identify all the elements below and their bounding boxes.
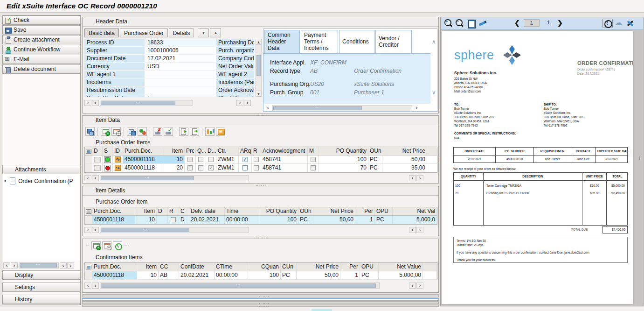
col-header-purch-doc[interactable]: Purch.Doc. <box>123 147 164 155</box>
col-header-net-price[interactable]: Net Price <box>313 207 355 215</box>
pdf-page[interactable]: sphere ORDER CONFIRMATION Order confirma… <box>442 31 633 304</box>
display-button[interactable]: Display <box>2 270 80 280</box>
previous-page-icon[interactable]: ❮ <box>514 19 520 27</box>
col-header-per[interactable]: Per <box>355 207 375 215</box>
po-scroll-thumb[interactable] <box>101 176 194 180</box>
col-header-confdate[interactable]: ConfDate <box>179 263 215 271</box>
col-header-net-val[interactable]: Net Val <box>393 207 437 215</box>
cell-acknowledgment[interactable]: 458741 <box>261 164 308 172</box>
attachments-header[interactable]: Attachments <box>2 165 80 174</box>
col-header-cc[interactable]: CC <box>159 263 179 271</box>
col-header-net-price[interactable]: Net Price <box>297 263 340 271</box>
cell-opu[interactable]: PC <box>360 271 379 279</box>
fields-scroll-left2[interactable]: ‹ <box>236 100 243 106</box>
col-header-r[interactable]: R <box>168 207 179 215</box>
cell-net-value[interactable]: 5.000,00 <box>379 271 423 279</box>
cell-net-price[interactable]: 50,00 <box>297 271 340 279</box>
cell-po-quantity[interactable]: 100 <box>319 156 368 163</box>
cell-id[interactable] <box>113 156 123 163</box>
details-scroll-left[interactable]: ‹ <box>84 227 91 233</box>
schedule-icon[interactable] <box>113 241 122 250</box>
layout-grid-icon[interactable] <box>85 127 95 136</box>
next-page-icon[interactable]: ❯ <box>557 19 563 27</box>
col-header-m[interactable]: M <box>308 147 319 155</box>
cell-status[interactable] <box>103 156 113 163</box>
row-selector[interactable] <box>85 271 92 279</box>
cell-net-val[interactable]: 5.000,0 <box>393 216 437 224</box>
scroll-track[interactable] <box>19 262 59 269</box>
cell-prc-checkbox[interactable] <box>185 164 196 172</box>
email-button[interactable]: E-Mail <box>2 55 80 64</box>
cell-cun[interactable]: PC <box>281 271 297 279</box>
cell-per[interactable]: 1 <box>340 271 360 279</box>
fields-scroll-track[interactable] <box>100 100 193 106</box>
cell-net-price[interactable]: 50,00 <box>313 216 355 224</box>
fit-page-icon[interactable] <box>466 19 477 28</box>
conf-scroll-left[interactable]: ‹ <box>84 283 91 289</box>
cell-time[interactable]: 00:00:00 <box>225 216 259 224</box>
col-header-net-price[interactable]: Net Price <box>382 147 427 155</box>
common-scroll-right[interactable]: › <box>413 105 420 111</box>
cell-d[interactable] <box>157 216 168 224</box>
cell-r-checkbox[interactable] <box>252 156 261 163</box>
splitter-details-confirmation[interactable]: ‥‥‥ <box>256 236 267 238</box>
col-header-acknowledgment[interactable]: Acknowledgment <box>261 147 308 155</box>
tab-payment-terms[interactable]: Payment Terms / Incoterms <box>301 30 338 53</box>
settings-button[interactable]: Settings <box>2 283 80 292</box>
doc-category-value[interactable]: F <box>145 94 216 97</box>
conf-scroll-left2[interactable]: ‹ <box>409 283 416 289</box>
col-header-delv-date[interactable]: Delv. date <box>189 207 225 215</box>
col-header-prc[interactable]: Prc <box>185 147 196 155</box>
col-header-c[interactable]: C <box>179 207 189 215</box>
col-header-purch-doc[interactable]: Purch.Doc. <box>92 207 135 215</box>
cell-oun[interactable]: PC <box>368 156 382 163</box>
col-header-purch-doc[interactable]: Purch.Doc. <box>92 263 137 271</box>
cell-m-checkbox[interactable] <box>308 164 319 172</box>
cell-q-checkbox[interactable] <box>196 156 206 163</box>
save-button[interactable]: Save <box>2 25 80 35</box>
tab-details[interactable]: Details <box>169 28 194 37</box>
splitter-item-details[interactable]: ‥‥‥ <box>256 184 267 186</box>
conf-scroll-right[interactable]: › <box>92 283 99 289</box>
col-header-d[interactable]: D <box>92 147 103 155</box>
attachment-item[interactable]: • Order Confirmation (P <box>4 177 80 184</box>
approve-stamp-icon[interactable] <box>164 127 173 136</box>
cell-oun[interactable]: PC <box>298 216 313 224</box>
col-header-d[interactable]: D <box>157 207 168 215</box>
cell-purch-doc[interactable]: 4500001118 <box>123 164 164 172</box>
incoterms-value[interactable] <box>145 78 216 86</box>
monitor-icon[interactable] <box>216 127 225 136</box>
continue-workflow-button[interactable]: Continue Workflow <box>2 45 80 54</box>
tab-purchase-order[interactable]: Purchase Order <box>120 28 168 37</box>
insert-confirmation-row-icon[interactable] <box>91 241 101 250</box>
currency-value[interactable]: USD <box>145 63 216 71</box>
col-header-po-quantity[interactable]: PO Quantity <box>319 147 368 155</box>
cell-per[interactable]: 1 <box>355 216 375 224</box>
page-number-input[interactable]: 1 <box>524 19 540 27</box>
cell-item[interactable]: 10 <box>137 271 159 279</box>
create-attachment-button[interactable]: Create attachment <box>2 35 80 44</box>
scroll-up-button[interactable]: ▲ <box>210 28 221 37</box>
delete-confirmation-row-icon[interactable] <box>102 241 111 250</box>
col-header-q[interactable]: Q... <box>196 147 206 155</box>
col-header-dd[interactable]: D... <box>206 147 216 155</box>
details-scroll-right2[interactable]: › <box>416 227 423 233</box>
details-scroll-track[interactable] <box>100 227 249 233</box>
cell-item[interactable]: 20 <box>164 164 185 172</box>
cell-opu[interactable]: PC <box>375 216 393 224</box>
history-button[interactable]: History <box>2 295 80 304</box>
download-cloud-icon[interactable] <box>614 19 624 28</box>
cell-cc[interactable]: AB <box>159 271 179 279</box>
cell-ctr[interactable]: ZWM1 <box>216 164 239 172</box>
cell-arq-checkbox[interactable] <box>239 164 252 172</box>
swap-items-icon[interactable] <box>138 127 147 136</box>
cell-confdate[interactable]: 20.02.2021 <box>179 271 215 279</box>
col-header-per[interactable]: Per <box>340 263 360 271</box>
row-selector[interactable] <box>85 156 92 163</box>
scroll-left-button2[interactable]: ‹ <box>60 262 67 269</box>
document-date-value[interactable]: 17.02.2021 <box>145 55 216 63</box>
delete-document-button[interactable]: Delete document <box>2 64 80 74</box>
cell-oun[interactable]: PC <box>368 164 382 172</box>
col-header-cquan[interactable]: CQuan <box>248 263 281 271</box>
fields-scroll-thumb[interactable] <box>101 101 175 105</box>
